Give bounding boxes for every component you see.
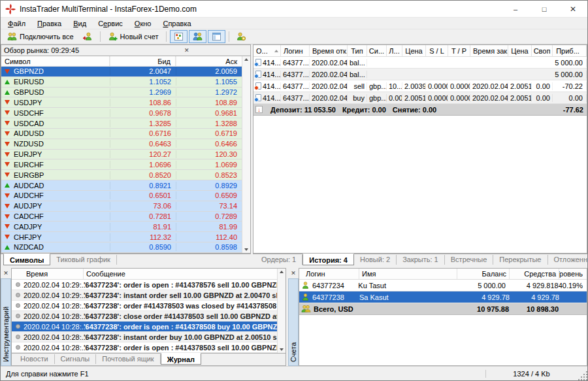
journal-row[interactable]: 2020.02.04 10:28:... '64377238': order i… (12, 322, 277, 332)
orders-tab[interactable]: Встречные (445, 255, 494, 265)
toggle-market-watch-button[interactable] (170, 30, 188, 43)
column-close-price[interactable]: Цена (508, 45, 532, 56)
journal-row[interactable]: 2020.02.04 10:29:... '64377234': order i… (12, 280, 277, 290)
scroll-up-icon[interactable] (244, 58, 248, 61)
orders-tab[interactable]: Закрыть: 1 (397, 255, 445, 265)
toolbox-panel: ✕ Инструментарий Время Сообщение (1, 268, 286, 366)
log-message: '64377238': instant order buy 10.00 GBPN… (84, 333, 277, 341)
account-settings-button[interactable] (233, 30, 250, 43)
connect-all-button[interactable]: Подключить все (3, 30, 78, 43)
column-time[interactable]: Время (12, 269, 84, 279)
menu-help[interactable]: Справка (157, 19, 197, 28)
column-tp[interactable]: T / P (448, 45, 470, 56)
menu-edit[interactable]: Правка (31, 19, 67, 28)
market-row[interactable]: AUDUSD 0.6716 0.6719 (1, 129, 242, 139)
market-row[interactable]: CHFJPY 112.32 112.40 (1, 232, 242, 242)
market-row[interactable]: USDJPY 108.86 108.89 (1, 97, 242, 108)
menu-service[interactable]: Сервис (92, 19, 129, 28)
orders-tab[interactable]: Перекрытые (493, 255, 547, 265)
order-row[interactable]: 414... 64377... 2020.02.04 ... sell gbp.… (253, 80, 587, 92)
scroll-down-icon[interactable] (244, 248, 248, 251)
column-symbol[interactable]: Символ (1, 56, 110, 66)
account-row[interactable]: 64377234 Ku Tasut 5 000.00 4 929.81 840.… (299, 280, 587, 291)
market-row[interactable]: AUDCHF 0.6501 0.6509 (1, 191, 242, 201)
toolbox-close-icon[interactable]: ✕ (1, 268, 11, 278)
market-row[interactable]: AUDCAD 0.8921 0.8929 (1, 180, 242, 191)
market-row[interactable]: EURUSD 1.1052 1.1055 (1, 77, 242, 88)
column-message[interactable]: Сообщение (84, 269, 277, 279)
journal-row[interactable]: 2020.02.04 10:28:... '64377238': order i… (12, 342, 277, 353)
minimize-button[interactable]: – (501, 1, 530, 18)
orders-tab[interactable]: Отложенный: 1 (548, 255, 588, 265)
market-row[interactable]: CADJPY 81.91 81.99 (1, 222, 242, 232)
journal-tab[interactable]: Сигналы (55, 354, 97, 364)
column-symbol[interactable]: Си... (367, 45, 387, 56)
journal-row[interactable]: 2020.02.04 10:28:... '64377238': order #… (12, 301, 277, 311)
market-watch-tab[interactable]: Тиковый график (50, 255, 117, 265)
column-login[interactable]: Логин (281, 45, 310, 56)
menu-window[interactable]: Окно (129, 19, 157, 28)
market-row[interactable]: USDCHF 0.9678 0.9681 (1, 108, 242, 118)
column-name[interactable]: Имя (359, 269, 457, 279)
journal-tab[interactable]: Журнал (161, 353, 201, 365)
market-row[interactable]: GBPNZD 2.0047 2.0059 (1, 67, 242, 77)
toolbox-vertical-tab[interactable]: Инструментарий (1, 278, 11, 366)
column-profit[interactable]: Приб... (553, 45, 587, 56)
account-row[interactable]: 64377238 Sa Kasut 4 929.78 4 929.78 (299, 291, 587, 303)
journal-row[interactable]: 2020.02.04 10:29:... '64377234': instant… (12, 290, 277, 301)
column-ask[interactable]: Аск (176, 56, 242, 66)
column-lots[interactable]: Л... (387, 45, 402, 56)
market-row[interactable]: USDCAD 1.3285 1.3288 (1, 118, 242, 129)
toggle-toolbox-button[interactable] (208, 30, 225, 43)
order-row[interactable]: 414... 64377... 2020.02.04 ... buy gbp..… (253, 92, 587, 104)
market-watch-scrollbar[interactable] (242, 56, 250, 253)
column-price[interactable]: Цена (402, 45, 426, 56)
orders-tab[interactable]: История: 4 (302, 254, 354, 265)
accounts-close-icon[interactable]: ✕ (288, 268, 299, 278)
market-row[interactable]: CADCHF 0.7281 0.7289 (1, 212, 242, 222)
scroll-down-icon[interactable] (280, 348, 284, 351)
order-row[interactable]: 414... 64377... 2020.02.04 ... bal... (253, 69, 587, 80)
accounts-vertical-tab[interactable]: Счета (288, 278, 299, 366)
journal-tab[interactable]: Почтовый ящик (96, 354, 160, 364)
orders-tab[interactable]: Новый: 2 (354, 255, 397, 265)
market-row[interactable]: AUDJPY 73.06 73.14 (1, 201, 242, 212)
market-row[interactable]: EURGBP 0.8520 0.8523 (1, 170, 242, 180)
order-doc-icon (255, 59, 261, 66)
menu-file[interactable]: Файл (2, 19, 31, 28)
journal-tab[interactable]: Новости (14, 354, 55, 364)
journal-row[interactable]: 2020.02.04 10:28:... '64377238': close o… (12, 311, 277, 322)
close-button[interactable]: ✕ (559, 1, 587, 18)
market-row[interactable]: EURCHF 1.0696 1.0699 (1, 159, 242, 170)
column-swap[interactable]: Своп (532, 45, 553, 56)
maximize-button[interactable]: □ (530, 1, 559, 18)
column-open-time[interactable]: Время отк... (310, 45, 348, 56)
disconnect-button[interactable] (79, 30, 97, 43)
scroll-up-icon[interactable] (280, 271, 284, 273)
journal-row[interactable]: 2020.02.04 10:28:... '64377238': instant… (12, 332, 277, 342)
market-row[interactable]: NZDUSD 0.6463 0.6466 (1, 139, 242, 150)
market-watch-tab[interactable]: Символы (3, 254, 50, 265)
trend-icon (5, 173, 10, 177)
journal-scrollbar[interactable] (277, 269, 286, 353)
order-row[interactable]: 414... 64377... 2020.02.04 ... bal... (253, 57, 587, 69)
column-sl[interactable]: S / L (426, 45, 448, 56)
new-account-button[interactable]: Новый счет (104, 30, 163, 43)
menu-view[interactable]: Вид (67, 19, 92, 28)
column-balance[interactable]: Баланс (457, 269, 510, 279)
column-equity[interactable]: Средства (510, 269, 559, 279)
market-row[interactable]: EURJPY 120.27 120.30 (1, 150, 242, 160)
market-row[interactable]: NZDCAD 0.8590 0.8598 (1, 242, 242, 253)
column-order[interactable]: О... (253, 45, 281, 56)
column-level[interactable]: Уровень (559, 269, 587, 279)
log-time: 2020.02.04 10:29:... (24, 291, 84, 299)
market-row[interactable]: GBPUSD 1.2969 1.2972 (1, 88, 242, 98)
market-watch-close-icon[interactable]: ✕ (126, 47, 248, 54)
toggle-accounts-button[interactable] (189, 30, 206, 43)
column-login[interactable]: Логин (299, 269, 359, 279)
column-type[interactable]: Тип (348, 45, 367, 56)
resize-grip[interactable] (577, 370, 587, 380)
column-close-time[interactable]: Время зак... (470, 45, 508, 56)
orders-tab[interactable]: Ордеры: 1 (255, 255, 302, 265)
column-bid[interactable]: Бид (110, 56, 176, 66)
